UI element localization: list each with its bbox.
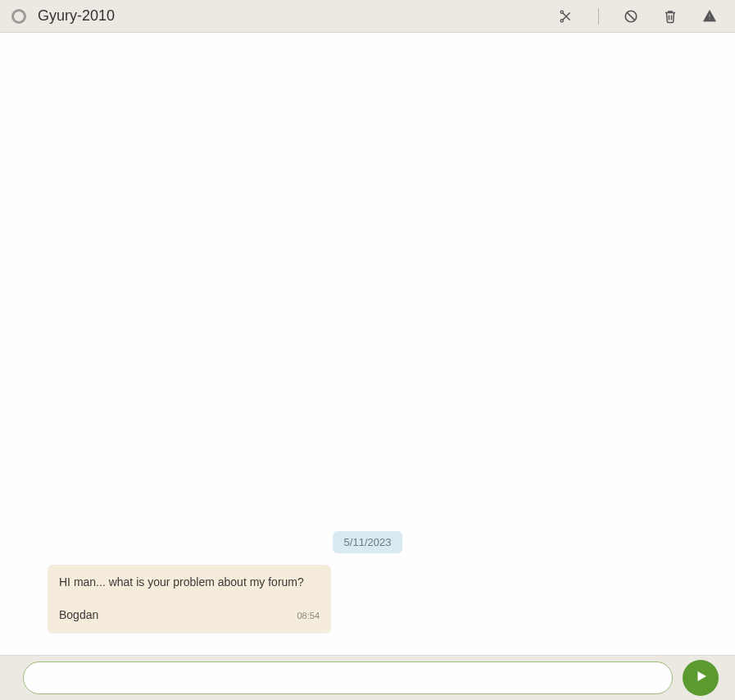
header-divider: [598, 8, 599, 25]
chat-header: Gyury-2010: [0, 0, 735, 33]
send-button[interactable]: [683, 660, 719, 696]
message-input[interactable]: [23, 661, 673, 694]
composer-bar: [0, 655, 735, 700]
message-text: HI man... what is your problem about my …: [59, 575, 320, 591]
trash-icon[interactable]: [663, 9, 678, 24]
contact-name: Gyury-2010: [38, 7, 115, 25]
date-separator: 5/11/2023: [333, 531, 403, 553]
svg-rect-4: [709, 14, 710, 18]
scissors-icon[interactable]: [559, 9, 574, 24]
chat-area: 5/11/2023 HI man... what is your problem…: [0, 33, 735, 655]
svg-point-0: [560, 11, 563, 13]
warning-icon[interactable]: [702, 9, 717, 24]
svg-rect-5: [709, 18, 710, 20]
header-actions: [559, 8, 717, 25]
message-bubble-incoming: HI man... what is your problem about my …: [48, 565, 331, 633]
svg-point-1: [560, 19, 563, 21]
block-icon[interactable]: [624, 9, 638, 24]
message-sender: Bogdan: [59, 607, 98, 624]
presence-status-icon: [11, 9, 26, 24]
svg-line-3: [627, 12, 635, 20]
message-meta: Bogdan 08:54: [59, 607, 320, 624]
message-time: 08:54: [297, 610, 320, 622]
send-icon: [692, 669, 709, 687]
